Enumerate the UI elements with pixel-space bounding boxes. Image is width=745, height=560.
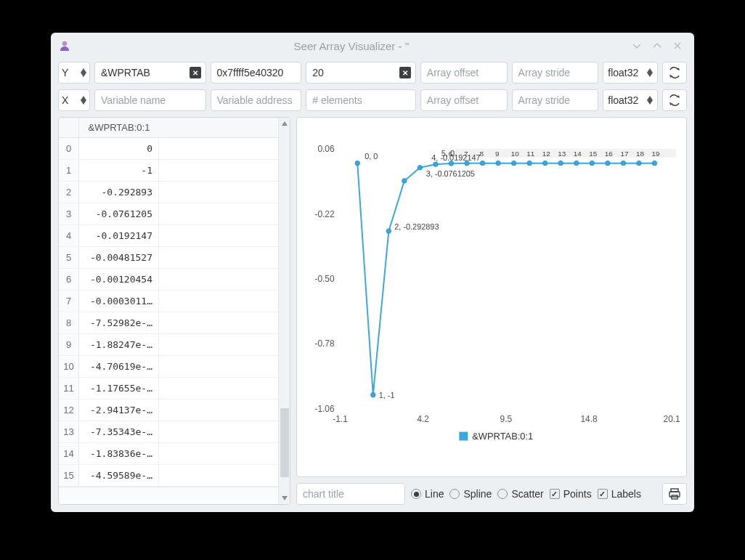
offset-input-y[interactable]: Array offset [420, 62, 508, 84]
axis-label: Y [62, 67, 68, 78]
row-index: 9 [59, 334, 79, 355]
table-row[interactable]: 2-0.292893 [59, 182, 290, 203]
table-row[interactable]: 4-0.0192147 [59, 225, 290, 247]
table-row[interactable]: 00 [59, 138, 290, 160]
refresh-button-x[interactable] [662, 89, 687, 111]
table-row[interactable]: 15-4.59589e-… [59, 465, 290, 487]
row-index: 8 [59, 312, 79, 333]
scroll-up-icon[interactable] [279, 118, 290, 129]
refresh-button-y[interactable] [662, 62, 687, 84]
variable-address-input-y[interactable]: 0x7ffff5e40320 [211, 62, 302, 84]
mode-radio-line[interactable]: Line [411, 488, 444, 500]
table-row[interactable]: 3-0.0761205 [59, 203, 290, 225]
dtype-label: float32 [608, 67, 638, 78]
svg-rect-55 [669, 492, 680, 497]
svg-point-29 [637, 161, 641, 165]
spinner-icon [647, 96, 653, 105]
table-header: &WPRTAB:0:1 [59, 118, 290, 138]
svg-point-24 [558, 161, 563, 165]
body: &WPRTAB:0:1 001-12-0.2928933-0.07612054-… [51, 114, 694, 512]
scroll-thumb[interactable] [280, 408, 289, 477]
input-placeholder: Array offset [427, 67, 479, 78]
chart-controls: chart title Line Spline Scatter Points L… [296, 483, 687, 505]
stride-input-x[interactable]: Array stride [512, 89, 599, 111]
svg-text:9.5: 9.5 [500, 414, 513, 424]
clear-icon[interactable]: ✕ [190, 67, 201, 78]
table-row[interactable]: 11-1.17655e-… [59, 378, 290, 399]
print-button[interactable] [662, 483, 687, 505]
mode-radio-scatter[interactable]: Scatter [497, 488, 543, 500]
row-index: 11 [59, 378, 79, 399]
option-check-labels[interactable]: Labels [598, 488, 641, 500]
svg-text:0, 0: 0, 0 [365, 152, 378, 161]
table-row[interactable]: 12-2.94137e-… [59, 399, 290, 421]
row-value: -0.0003011… [79, 291, 159, 312]
close-button[interactable] [672, 41, 687, 51]
chart-title-input[interactable]: chart title [296, 483, 405, 505]
table-blank-row [59, 487, 290, 500]
row-value: -7.52982e-… [79, 312, 159, 333]
input-placeholder: Array stride [518, 67, 571, 78]
row-value: -2.94137e-… [79, 399, 159, 421]
radio-label: Scatter [511, 488, 543, 500]
table-row[interactable]: 1-1 [59, 160, 290, 182]
offset-input-x[interactable]: Array offset [420, 89, 508, 111]
table-row[interactable]: 6-0.00120454 [59, 269, 290, 291]
axis-select-y[interactable]: Y [58, 62, 90, 84]
svg-text:20.1: 20.1 [664, 414, 681, 424]
svg-text:1, -1: 1, -1 [379, 391, 395, 399]
table-row[interactable]: 9-1.88247e-… [59, 334, 290, 356]
refresh-icon [667, 94, 682, 107]
data-table: &WPRTAB:0:1 001-12-0.2928933-0.07612054-… [58, 117, 290, 505]
stride-input-y[interactable]: Array stride [512, 62, 599, 84]
option-check-points[interactable]: Points [550, 488, 592, 500]
input-placeholder: # elements [312, 94, 362, 106]
svg-text:-0.78: -0.78 [314, 338, 335, 349]
table-row[interactable]: 5-0.00481527 [59, 247, 290, 269]
row-value: -4.70619e-… [79, 356, 159, 377]
row-value: -0.0192147 [79, 225, 159, 246]
scroll-down-icon[interactable] [279, 492, 290, 504]
table-row[interactable]: 13-7.35343e-… [59, 421, 290, 443]
variable-address-input-x[interactable]: Variable address [211, 89, 302, 111]
svg-point-28 [621, 161, 625, 165]
row-index: 10 [59, 356, 79, 377]
input-placeholder: chart title [303, 488, 344, 500]
mode-radio-spline[interactable]: Spline [449, 488, 492, 500]
elements-input-y[interactable]: 20 ✕ [306, 62, 416, 84]
check-label: Labels [611, 488, 641, 500]
table-header-value[interactable]: &WPRTAB:0:1 [79, 118, 159, 137]
titlebar: Seer Array Visualizer - '' [51, 33, 694, 59]
row-value: -0.00481527 [79, 247, 159, 268]
svg-text:-1.06: -1.06 [314, 404, 335, 414]
input-placeholder: Array stride [518, 94, 571, 106]
svg-point-11 [355, 161, 359, 165]
row-index: 5 [59, 247, 79, 268]
dtype-select-x[interactable]: float32 [603, 89, 658, 111]
dtype-select-y[interactable]: float32 [603, 62, 658, 84]
variable-name-input-y[interactable]: &WPRTAB ✕ [94, 62, 206, 84]
table-row[interactable]: 14-1.83836e-… [59, 443, 290, 465]
app-icon [58, 39, 71, 52]
input-row-y: Y &WPRTAB ✕ 0x7ffff5e40320 20 ✕ Array of… [51, 59, 694, 86]
svg-point-27 [606, 161, 610, 165]
refresh-icon [667, 66, 682, 79]
variable-name-input-x[interactable]: Variable name [94, 89, 206, 111]
svg-rect-51 [451, 149, 676, 158]
maximize-button[interactable] [652, 41, 667, 51]
svg-text:-0.22: -0.22 [314, 209, 335, 219]
svg-point-15 [418, 166, 422, 170]
app-window: Seer Array Visualizer - '' Y &WPRTAB ✕ 0… [51, 33, 694, 512]
vertical-scrollbar[interactable] [278, 118, 290, 504]
table-row[interactable]: 8-7.52982e-… [59, 312, 290, 334]
chart-svg: 0.06-0.22-0.50-0.78-1.06-1.14.29.514.820… [297, 118, 686, 476]
minimize-button[interactable] [632, 41, 646, 51]
row-value: -1.83836e-… [79, 443, 159, 464]
clear-icon[interactable]: ✕ [399, 67, 411, 78]
svg-point-0 [62, 41, 67, 46]
table-row[interactable]: 10-4.70619e-… [59, 356, 290, 378]
chart[interactable]: 0.06-0.22-0.50-0.78-1.06-1.14.29.514.820… [296, 117, 687, 477]
elements-input-x[interactable]: # elements [306, 89, 416, 111]
axis-select-x[interactable]: X [58, 89, 90, 111]
table-row[interactable]: 7-0.0003011… [59, 291, 290, 312]
